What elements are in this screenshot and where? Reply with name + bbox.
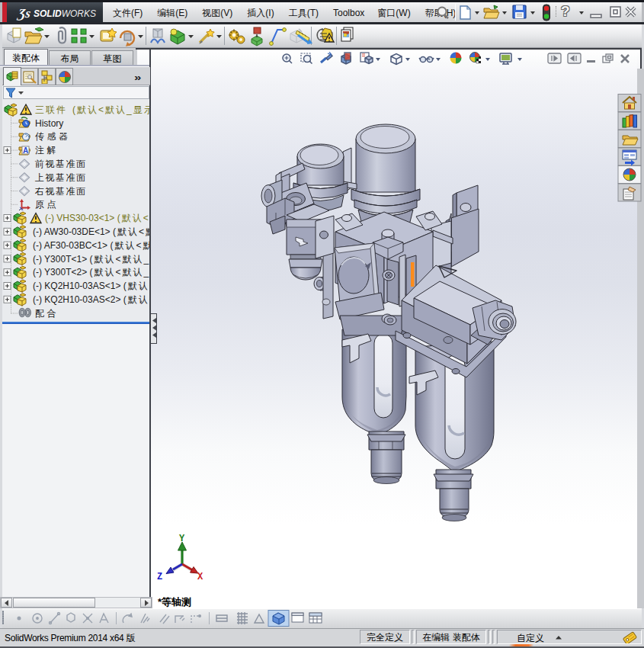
svg-text:(-) Y300T<2> (默认<默认_显: (-) Y300T<2> (默认<默认_显 xyxy=(33,267,149,277)
svg-text:History: History xyxy=(35,118,63,129)
svg-text:Y: Y xyxy=(179,534,185,544)
svg-text:Ʒs: Ʒs xyxy=(16,6,32,21)
svg-text:(-) Y300T<1> (默认<默认_显: (-) Y300T<1> (默认<默认_显 xyxy=(33,254,149,265)
svg-text:(-) VHS30-03<1> (默认<: (-) VHS30-03<1> (默认< xyxy=(45,213,149,223)
svg-text:配合: 配合 xyxy=(35,308,59,319)
svg-text:原点: 原点 xyxy=(35,199,59,210)
svg-text:(-) KQ2H10-03AS<2> (默认<: (-) KQ2H10-03AS<2> (默认< xyxy=(33,294,149,305)
svg-text:(-) AW30-03DE<1> (默认<默: (-) AW30-03DE<1> (默认<默 xyxy=(33,226,149,237)
svg-text:右视基准面: 右视基准面 xyxy=(34,186,87,197)
svg-text:(-) KQ2H10-03AS<1> (默认<: (-) KQ2H10-03AS<1> (默认< xyxy=(33,281,149,291)
svg-text:(默认<默认_显示状态: (默认<默认_显示状态 xyxy=(72,104,149,115)
svg-text:A: A xyxy=(23,146,28,155)
svg-text:(-) AF30-03BC<1> (默认<默: (-) AF30-03BC<1> (默认<默 xyxy=(33,240,149,251)
svg-text:三联件: 三联件 xyxy=(35,104,67,115)
svg-text:Z: Z xyxy=(157,572,162,582)
svg-text:注解: 注解 xyxy=(35,145,59,156)
svg-text:前视基准面: 前视基准面 xyxy=(35,159,87,169)
svg-text:SOLIDWORKS: SOLIDWORKS xyxy=(34,8,96,19)
svg-text:上视基准面: 上视基准面 xyxy=(35,172,87,183)
svg-text:X: X xyxy=(197,572,203,582)
svg-text:传感器: 传感器 xyxy=(35,131,71,142)
